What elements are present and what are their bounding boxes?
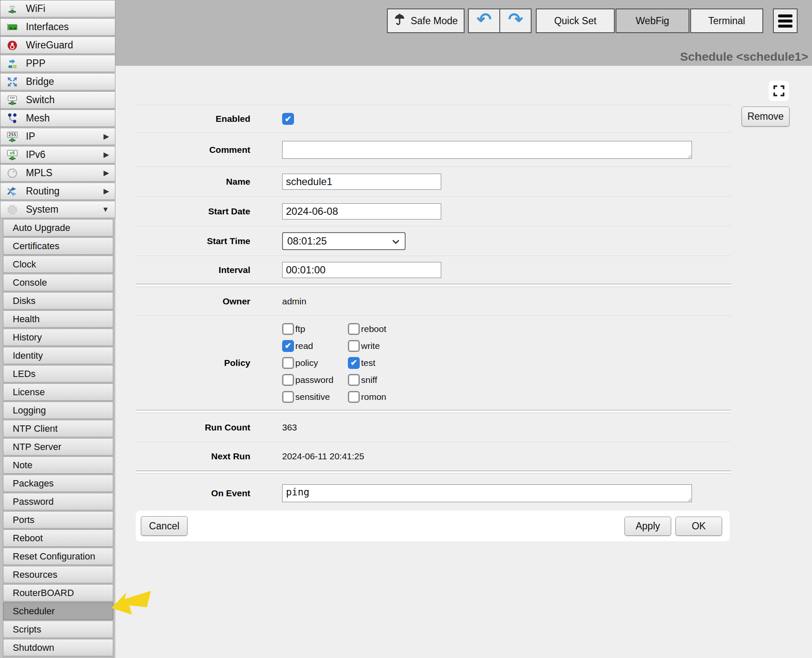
sidebar-item-shutdown[interactable]: Shutdown [3, 639, 113, 656]
sidebar-item-wireguard[interactable]: WireGuard [0, 37, 115, 54]
cancel-label: Cancel [149, 520, 179, 532]
sidebar-item-ppp[interactable]: PPP [0, 55, 115, 72]
mesh-icon [5, 112, 20, 125]
sidebar-item-disks[interactable]: Disks [3, 292, 113, 309]
bridge-icon [5, 76, 20, 88]
sidebar-item-system[interactable]: System [0, 201, 115, 218]
submenu-label: Reset Configuration [13, 551, 95, 562]
sidebar-item-packages[interactable]: Packages [3, 475, 113, 492]
policy-checkbox-ftp[interactable]: ftp [282, 323, 348, 335]
sidebar-item-identity[interactable]: Identity [3, 347, 113, 364]
name-input[interactable] [282, 174, 441, 190]
enabled-checkbox[interactable] [282, 113, 294, 125]
cancel-button[interactable]: Cancel [141, 516, 188, 536]
policy-option-label: ftp [295, 324, 305, 334]
checkbox-icon[interactable] [282, 391, 294, 403]
webfig-tab[interactable]: WebFig [616, 8, 689, 33]
remove-label: Remove [748, 111, 784, 122]
policy-checkbox-write[interactable]: write [348, 340, 414, 352]
sidebar-item-resources[interactable]: Resources [3, 566, 113, 583]
redo-button[interactable]: ↷ [499, 8, 532, 33]
quick-set-button[interactable]: Quick Set [536, 8, 615, 33]
apply-button[interactable]: Apply [624, 517, 671, 536]
policy-checkbox-romon[interactable]: romon [348, 391, 414, 403]
checkbox-icon[interactable] [282, 357, 294, 369]
ok-button[interactable]: OK [675, 517, 722, 536]
schedule-form: Enabled Comment Name Start Date Start Ti… [136, 105, 731, 513]
on-event-input[interactable]: ping [282, 484, 692, 502]
sidebar-item-scheduler[interactable]: Scheduler [3, 602, 113, 620]
group-separator [136, 410, 731, 413]
undo-button[interactable]: ↶ [468, 8, 500, 33]
sidebar-item-reset-configuration[interactable]: Reset Configuration [3, 548, 113, 565]
start-date-input[interactable] [282, 203, 441, 219]
sidebar-item-ntp-server[interactable]: NTP Server [3, 438, 113, 456]
start-time-select[interactable]: 08:01:25 [282, 232, 406, 250]
policy-checkbox-sniff[interactable]: sniff [348, 374, 414, 386]
fullscreen-icon [773, 84, 785, 97]
sidebar-item-routerboard[interactable]: RouterBOARD [3, 584, 113, 602]
sidebar-item-ntp-client[interactable]: NTP Client [3, 420, 113, 437]
sidebar-item-label: WiFi [26, 3, 45, 14]
sidebar-item-health[interactable]: Health [3, 310, 113, 328]
sidebar-item-ip[interactable]: 255 IP [0, 128, 115, 145]
apply-label: Apply [636, 520, 660, 532]
policy-checkbox-sensitive[interactable]: sensitive [282, 391, 348, 403]
sidebar-item-wifi[interactable]: WiFi [0, 0, 115, 17]
sidebar-item-switch[interactable]: Switch [0, 91, 115, 109]
checkbox-icon[interactable] [282, 323, 294, 335]
checkbox-icon[interactable] [348, 391, 360, 403]
sidebar-item-logging[interactable]: Logging [3, 402, 113, 419]
terminal-tab[interactable]: Terminal [690, 8, 763, 33]
sidebar-item-mpls[interactable]: MPLS [0, 164, 115, 182]
submenu-label: LEDs [13, 368, 36, 380]
next-run-value: 2024-06-11 20:41:25 [282, 451, 364, 461]
comment-label: Comment [136, 145, 250, 155]
policy-checkbox-read[interactable]: read [282, 340, 348, 352]
policy-checkbox-reboot[interactable]: reboot [348, 323, 414, 335]
policy-checkbox-password[interactable]: password [282, 374, 348, 386]
sidebar-item-leds[interactable]: LEDs [3, 365, 113, 382]
fullscreen-button[interactable] [769, 81, 789, 101]
group-separator [136, 470, 731, 474]
checkbox-icon[interactable] [282, 340, 294, 352]
wireguard-icon [5, 39, 20, 52]
sidebar-item-ports[interactable]: Ports [3, 511, 113, 529]
sidebar-item-mesh[interactable]: Mesh [0, 110, 115, 127]
checkbox-icon[interactable] [348, 374, 360, 386]
interval-input[interactable] [282, 262, 441, 278]
next-run-row: Next Run 2024-06-11 20:41:25 [136, 441, 731, 470]
sidebar-item-label: Routing [26, 186, 59, 197]
sidebar-item-scripts[interactable]: Scripts [3, 621, 113, 638]
comment-input[interactable] [282, 141, 692, 159]
chevron-right-icon [104, 128, 109, 145]
checkbox-icon[interactable] [348, 357, 360, 369]
sidebar-item-interfaces[interactable]: Interfaces [0, 18, 115, 36]
policy-checkbox-policy[interactable]: policy [282, 357, 348, 369]
sidebar-item-bridge[interactable]: Bridge [0, 73, 115, 90]
sidebar-item-clock[interactable]: Clock [3, 256, 113, 273]
sidebar-item-auto-upgrade[interactable]: Auto Upgrade [3, 219, 113, 236]
ipv6-icon: v6 [5, 149, 20, 161]
remove-button[interactable]: Remove [742, 107, 790, 127]
safe-mode-button[interactable]: Safe Mode [387, 8, 465, 33]
sidebar-item-license[interactable]: License [3, 383, 113, 401]
checkbox-icon[interactable] [348, 323, 360, 335]
checkbox-icon[interactable] [348, 340, 360, 352]
sidebar-item-history[interactable]: History [3, 329, 113, 346]
interval-label: Interval [136, 265, 250, 275]
hamburger-icon [778, 14, 792, 28]
sidebar-item-ipv6[interactable]: v6 IPv6 [0, 146, 115, 163]
mpls-icon [5, 167, 20, 180]
sidebar-item-reboot[interactable]: Reboot [3, 529, 113, 547]
sidebar-item-password[interactable]: Password [3, 493, 113, 510]
checkbox-icon[interactable] [282, 374, 294, 386]
sidebar-item-console[interactable]: Console [3, 274, 113, 291]
sidebar-item-note[interactable]: Note [3, 456, 113, 474]
sidebar-item-certificates[interactable]: Certificates [3, 237, 113, 255]
submenu-label: Identity [13, 350, 43, 361]
sidebar-item-routing[interactable]: Routing [0, 183, 115, 200]
submenu-label: RouterBOARD [13, 588, 74, 599]
policy-checkbox-test[interactable]: test [348, 357, 414, 369]
hamburger-menu-button[interactable] [773, 8, 798, 33]
